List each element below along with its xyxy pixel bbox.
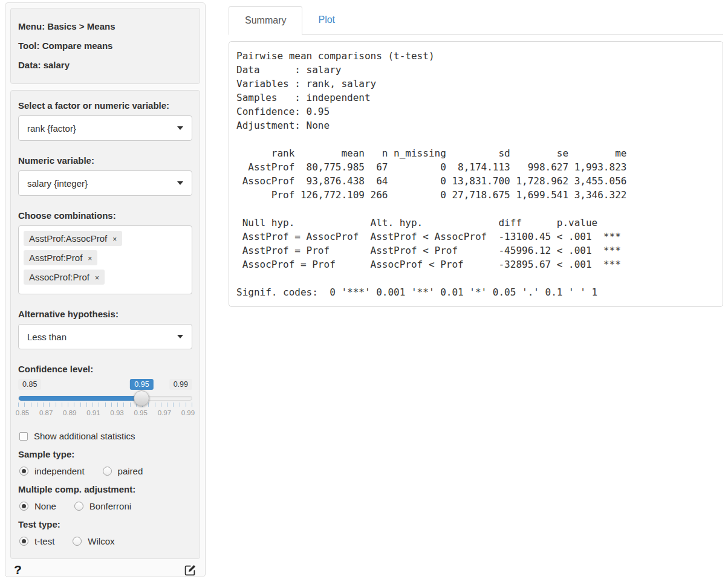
combination-tag-label: AsstProf:AssocProf [29,233,107,244]
tool-title: Tool: Compare means [18,36,192,56]
slider-tick-labels: 0.85 0.87 0.89 0.91 0.93 0.95 0.97 0.99 [12,409,198,416]
tab-bar: Summary Plot [229,6,723,35]
confidence-slider[interactable]: 0.85 0.95 0.99 0.85 0.87 0.89 0.91 0.93 … [18,379,192,419]
adjust-bonferroni-label: Bonferroni [89,501,131,511]
tick-label: 0.95 [131,409,151,416]
tick-label: 0.93 [107,409,128,416]
chevron-down-icon [177,126,183,130]
sample-type-label: Sample type: [18,449,192,459]
alt-hypothesis-select[interactable]: Less than [18,324,192,349]
tool-header: Menu: Basics > Means Tool: Compare means… [10,8,200,84]
chevron-down-icon [177,335,183,338]
combination-tag[interactable]: AsstProf:Prof× [24,250,97,265]
dataset-name: Data: salary [18,56,192,75]
summary-output-text: Pairwise mean comparisons (t-test) Data … [236,49,715,299]
menu-breadcrumb: Menu: Basics > Means [18,17,192,36]
tick-label: 0.89 [59,409,80,416]
slider-track[interactable] [18,396,192,401]
combination-tag[interactable]: AsstProf:AssocProf× [24,231,122,246]
alt-hypothesis-value: Less than [27,332,67,342]
tab-plot[interactable]: Plot [302,6,351,34]
combinations-input[interactable]: AsstProf:AssocProf× AsstProf:Prof× Assoc… [18,225,192,294]
adjust-none-label: None [34,501,56,511]
sample-paired-radio[interactable] [103,467,112,476]
sample-paired-label: paired [118,466,143,476]
factor-variable-label: Select a factor or numeric variable: [18,100,192,111]
tab-summary[interactable]: Summary [229,6,302,35]
slider-fill [19,396,141,401]
sample-independent-radio[interactable] [19,467,28,476]
summary-output-panel: Pairwise mean comparisons (t-test) Data … [229,41,723,307]
test-wilcox-label: Wilcox [88,536,114,546]
remove-tag-icon[interactable]: × [112,235,117,244]
numeric-variable-label: Numeric variable: [18,155,192,166]
combination-tag-label: AsstProf:Prof [29,253,82,263]
adjustment-label: Multiple comp. adjustment: [18,484,192,494]
slider-value-label: 0.95 [130,379,153,390]
show-stats-checkbox[interactable] [19,432,28,441]
remove-tag-icon[interactable]: × [88,254,92,263]
remove-tag-icon[interactable]: × [95,274,99,282]
show-stats-label: Show additional statistics [34,431,135,441]
confidence-label: Confidence level: [18,364,192,374]
slider-ticks [18,403,192,407]
slider-min-label: 0.85 [18,379,41,390]
tick-label: 0.91 [83,409,103,416]
tick-label: 0.87 [36,409,56,416]
combination-tag-label: AssocProf:Prof [29,272,89,282]
numeric-variable-value: salary {integer} [27,178,88,189]
slider-max-label: 0.99 [169,379,192,390]
test-ttest-radio[interactable] [19,537,28,546]
chevron-down-icon [177,181,183,185]
adjust-none-radio[interactable] [19,502,28,511]
test-ttest-label: t-test [34,536,54,546]
test-type-label: Test type: [18,519,192,529]
alt-hypothesis-label: Alternative hypothesis: [18,309,192,319]
controls-panel: Select a factor or numeric variable: ran… [10,90,200,559]
factor-variable-value: rank {factor} [27,123,76,134]
slider-handle[interactable] [134,390,149,406]
numeric-variable-select[interactable]: salary {integer} [18,170,192,196]
factor-variable-select[interactable]: rank {factor} [18,115,192,141]
tick-label: 0.99 [178,409,198,416]
combination-tag[interactable]: AssocProf:Prof× [24,270,105,285]
sidebar: Menu: Basics > Means Tool: Compare means… [5,2,206,577]
tick-label: 0.97 [154,409,175,416]
adjust-bonferroni-radio[interactable] [74,502,83,511]
combinations-label: Choose combinations: [18,210,192,221]
test-wilcox-radio[interactable] [73,537,82,546]
report-edit-icon[interactable] [184,564,197,577]
main-content: Summary Plot Pairwise mean comparisons (… [229,6,723,307]
sample-independent-label: independent [34,466,85,476]
help-icon[interactable]: ? [14,563,22,577]
tick-label: 0.85 [12,409,33,416]
